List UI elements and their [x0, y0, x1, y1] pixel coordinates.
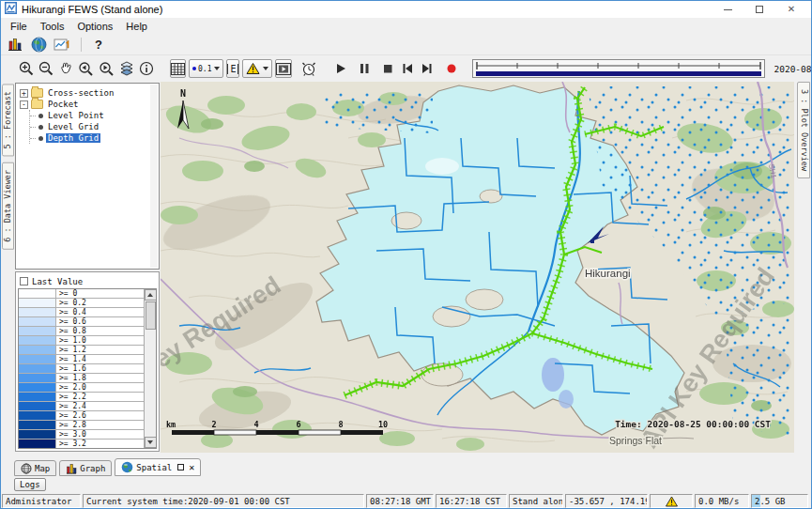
animation-button[interactable]: [275, 59, 292, 78]
scrollbar-thumb[interactable]: [146, 301, 156, 330]
tab-plot-overview[interactable]: 3 : Plot Overview: [797, 82, 810, 178]
legend-row: >= 2.4: [19, 402, 144, 411]
map-toolbar: 0.1 E: [1, 55, 811, 82]
warnings-dropdown[interactable]: [242, 59, 272, 78]
right-tab-strip: 3 : Plot Overview: [794, 82, 812, 453]
movie-icon: [276, 63, 291, 75]
zoom-next-button[interactable]: [98, 59, 115, 78]
tree-guide: [30, 127, 36, 128]
menu-tools[interactable]: Tools: [34, 20, 71, 33]
legend-rows: >= 0 >= 0.2 >= 0.4 >= 0.6 >= 0.8 >= 1.0 …: [19, 289, 144, 448]
tab-forecast[interactable]: 5 : Forecast: [2, 84, 14, 156]
bullet-icon: [38, 114, 43, 118]
tree-item-label[interactable]: Level Point: [46, 111, 106, 120]
tree-item-cross-section[interactable]: + Cross-section: [20, 87, 158, 99]
legend-color-swatch: [19, 364, 56, 373]
spatial-display-button[interactable]: [53, 36, 71, 53]
stop-button[interactable]: [380, 59, 395, 78]
tree-item-pocket[interactable]: - Pocket: [20, 99, 158, 110]
grid-display-button[interactable]: [170, 59, 186, 78]
tree-scrollbar[interactable]: [150, 85, 158, 268]
window-title: Hikurangi FEWS (Stand alone): [22, 4, 162, 15]
legend-label: >= 1.0: [56, 336, 144, 345]
tab-spatial[interactable]: Spatial ✕: [115, 458, 201, 476]
menu-options[interactable]: Options: [70, 20, 119, 33]
expand-icon[interactable]: +: [20, 89, 28, 98]
scroll-up-button[interactable]: [145, 289, 157, 301]
folder-icon: [31, 88, 43, 98]
left-tab-strip: 5 : Forecast 6 : Data Viewer: [1, 82, 14, 453]
bar-chart-icon: [8, 38, 23, 52]
zoom-in-button[interactable]: [18, 59, 35, 78]
legend-label: >= 2.8: [56, 421, 144, 429]
legend-scrollbar[interactable]: [144, 289, 156, 448]
legend-color-swatch: [19, 393, 56, 401]
tree-item-label[interactable]: Level Grid: [46, 122, 100, 131]
status-coordinates: -35.657 , 174.199: [565, 494, 648, 508]
info-button[interactable]: [138, 59, 155, 78]
play-button[interactable]: [333, 59, 348, 78]
time-slider[interactable]: [472, 59, 765, 78]
labels-button[interactable]: E: [226, 59, 239, 78]
stop-icon: [380, 61, 395, 76]
zoom-out-button[interactable]: [38, 59, 54, 78]
legend-row: >= 1.2: [19, 346, 144, 355]
tree-item-label[interactable]: Cross-section: [46, 88, 115, 98]
minimize-button[interactable]: [712, 2, 743, 17]
flow-arrow-marker: [590, 239, 594, 243]
info-icon: [138, 60, 155, 77]
data-display-button[interactable]: [6, 36, 24, 53]
collapse-icon[interactable]: -: [20, 100, 28, 109]
map-display-button[interactable]: [29, 36, 48, 53]
tree-item-level-point[interactable]: Level Point: [30, 110, 158, 121]
scroll-down-button[interactable]: [145, 437, 157, 448]
tab-data-viewer[interactable]: 6 : Data Viewer: [2, 162, 14, 250]
tab-map[interactable]: Map: [14, 460, 56, 476]
menu-bar: File Tools Options Help: [1, 18, 811, 34]
legend-row: >= 1.6: [19, 364, 144, 374]
step-back-button[interactable]: [400, 59, 415, 78]
legend-row: >= 1.8: [19, 374, 144, 383]
help-button[interactable]: ?: [91, 38, 106, 52]
record-button[interactable]: [445, 59, 458, 78]
timer-button[interactable]: [300, 59, 317, 78]
logs-button[interactable]: Logs: [14, 478, 46, 491]
legend-row: >= 0.2: [19, 299, 144, 308]
legend-row: >= 3.2: [19, 440, 144, 448]
map-view[interactable]: API Key Required API Key Required Hikura…: [161, 82, 794, 453]
menu-help[interactable]: Help: [119, 20, 154, 33]
status-network-rate: 0.0 MB/s: [695, 494, 749, 508]
tab-close-icon[interactable]: ✕: [189, 463, 194, 472]
legend-label: >= 1.2: [56, 346, 144, 354]
zoom-next-icon: [98, 60, 115, 77]
chevron-down-icon: [263, 67, 268, 70]
legend-color-swatch: [19, 336, 56, 345]
tree-item-depth-grid[interactable]: Depth Grid: [30, 132, 158, 144]
menu-file[interactable]: File: [4, 20, 34, 33]
maximize-button[interactable]: [743, 2, 775, 17]
pause-icon: [357, 61, 372, 76]
tree-children: Level Point Level Grid Depth Grid: [29, 110, 158, 144]
arrow-up-icon: [147, 293, 153, 297]
pan-button[interactable]: [57, 59, 74, 78]
legend-color-swatch: [19, 374, 56, 382]
svg-text:N: N: [180, 88, 186, 99]
zoom-previous-button[interactable]: [77, 59, 95, 78]
app-logo-icon: [5, 1, 17, 18]
pause-button[interactable]: [357, 59, 372, 78]
tab-maximize-icon[interactable]: [177, 464, 184, 470]
last-value-checkbox[interactable]: [20, 277, 28, 285]
layers-button[interactable]: [118, 59, 135, 78]
tree-item-level-grid[interactable]: Level Grid: [30, 121, 158, 132]
threshold-dropdown[interactable]: 0.1: [189, 59, 223, 78]
tree-item-label-selected[interactable]: Depth Grid: [46, 133, 100, 143]
tree-item-label[interactable]: Pocket: [46, 100, 81, 109]
close-button[interactable]: ✕: [775, 2, 807, 17]
play-icon: [333, 61, 348, 76]
tab-graph[interactable]: Graph: [59, 460, 112, 476]
maximize-icon: [756, 6, 763, 13]
status-warning-cell[interactable]: [650, 494, 693, 508]
legend-color-swatch: [19, 327, 56, 335]
legend-label: >= 2.0: [56, 383, 144, 392]
step-forward-button[interactable]: [420, 59, 435, 78]
